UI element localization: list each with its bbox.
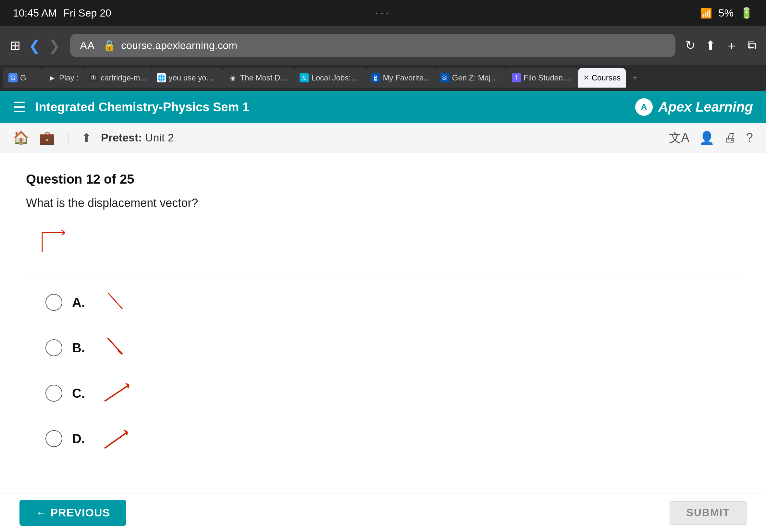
option-row-b: B. <box>45 335 721 361</box>
tab-localjobs[interactable]: ≋ Local Jobs: 1... <box>294 68 366 88</box>
browser-bar: ⊞ ❮ ❯ AA 🔒 course.apexlearning.com ↻ ⬆ ＋… <box>0 26 766 65</box>
tab-play-label: Play : <box>59 73 79 82</box>
main-content: Question 12 of 25 What is the displaceme… <box>0 152 766 493</box>
hamburger-menu-icon[interactable]: ☰ <box>13 99 26 115</box>
option-label-b: B. <box>72 341 91 355</box>
pretest-value-text: Unit 2 <box>145 131 174 144</box>
url-display: course.apexlearning.com <box>121 40 237 52</box>
tab-myfav-favicon: B̲ <box>371 73 380 82</box>
tab-mostde-favicon: ◉ <box>228 73 237 82</box>
radio-c[interactable] <box>45 385 62 402</box>
briefcase-icon[interactable]: 💼 <box>39 130 55 145</box>
option-a-diagram <box>101 289 127 315</box>
new-tab-button[interactable]: + <box>626 73 644 83</box>
translate-icon[interactable]: 文A <box>669 129 689 146</box>
svg-line-10 <box>126 383 129 385</box>
previous-button[interactable]: ← PREVIOUS <box>19 500 126 526</box>
accessibility-icon[interactable]: 👤 <box>699 131 714 145</box>
url-bar[interactable]: AA 🔒 course.apexlearning.com <box>70 34 675 57</box>
bottom-bar: ← PREVIOUS SUBMIT <box>0 493 766 532</box>
content-divider <box>26 276 740 276</box>
status-left: 10:45 AM Fri Sep 20 <box>13 7 111 19</box>
text-size-control[interactable]: AA <box>80 39 94 52</box>
option-b-diagram <box>101 335 127 361</box>
tab-close-icon[interactable]: ✕ <box>583 74 589 82</box>
tab-genz-favicon: BI <box>441 73 450 82</box>
sub-header-left: 🏠 💼 ⬆ Pretest: Unit 2 <box>13 130 174 145</box>
wifi-icon: 📶 <box>700 7 712 19</box>
home-icon[interactable]: 🏠 <box>13 130 29 145</box>
dots-indicator: ··· <box>375 6 391 20</box>
tab-localjobs-favicon: ≋ <box>299 73 309 82</box>
tab-courses[interactable]: ✕ Courses <box>578 68 626 88</box>
battery-display: 5% <box>719 7 734 19</box>
help-icon[interactable]: ? <box>746 131 753 145</box>
tab-cartridge-favicon: ① <box>89 73 98 82</box>
submit-button[interactable]: SUBMIT <box>670 501 747 525</box>
tab-google[interactable]: 🌐 you use your... <box>152 68 223 88</box>
radio-d[interactable] <box>45 430 62 447</box>
divider <box>68 131 68 144</box>
option-row-d: D. <box>45 426 721 452</box>
tab-genz[interactable]: BI Gen Z: Major... <box>435 68 507 88</box>
option-label-a: A. <box>72 295 91 310</box>
lock-icon: 🔒 <box>103 39 116 52</box>
time-display: 10:45 AM <box>13 7 57 19</box>
tab-play-favicon: ▶ <box>47 73 56 82</box>
tab-cartridge[interactable]: ① cartridge-m... <box>84 68 152 88</box>
question-header: Question 12 of 25 <box>26 172 740 187</box>
tab-filo-label: Filo Student:... <box>524 73 573 82</box>
options-area: A. B. C. <box>26 289 740 452</box>
upload-icon[interactable]: ⬆ <box>81 131 91 145</box>
svg-text:A: A <box>641 102 647 112</box>
svg-line-9 <box>104 385 129 401</box>
pretest-label-text: Pretest: <box>101 131 142 144</box>
status-bar: 10:45 AM Fri Sep 20 ··· 📶 5% 🔋 <box>0 0 766 26</box>
tab-mostde[interactable]: ◉ The Most De... <box>223 68 294 88</box>
tab-localjobs-label: Local Jobs: 1... <box>311 73 360 82</box>
svg-line-13 <box>124 430 127 432</box>
share-icon[interactable]: ⬆ <box>705 38 716 53</box>
option-label-d: D. <box>72 431 91 446</box>
question-diagram <box>26 223 91 262</box>
app-header-left: ☰ Integrated Chemistry-Physics Sem 1 <box>13 99 249 115</box>
tab-google-favicon: 🌐 <box>157 73 166 82</box>
new-tab-icon[interactable]: ＋ <box>725 37 738 54</box>
radio-a[interactable] <box>45 294 62 311</box>
tab-google-label: you use your... <box>168 73 218 82</box>
sub-header: 🏠 💼 ⬆ Pretest: Unit 2 文A 👤 🖨 ? <box>0 123 766 152</box>
svg-line-6 <box>108 293 122 309</box>
tab-courses-label: Courses <box>592 73 621 82</box>
app-header: ☰ Integrated Chemistry-Physics Sem 1 A A… <box>0 91 766 123</box>
tab-myfav[interactable]: B̲ My Favorite... <box>366 68 435 88</box>
tab-play[interactable]: ▶ Play : <box>42 68 84 88</box>
back-button[interactable]: ❮ <box>29 37 41 54</box>
radio-b[interactable] <box>45 339 62 356</box>
tab-cartridge-label: cartridge-m... <box>101 73 146 82</box>
apex-logo: A Apex Learning <box>634 97 753 117</box>
svg-line-14 <box>127 432 127 435</box>
tab-genz-label: Gen Z: Major... <box>452 73 502 82</box>
option-row-c: C. <box>45 380 721 406</box>
tabs-icon[interactable]: ⧉ <box>748 38 756 53</box>
forward-button[interactable]: ❯ <box>48 37 60 54</box>
diagram-area <box>26 223 740 263</box>
tab-g-favicon: G <box>8 73 18 82</box>
tabs-bar: G G ▶ Play : ① cartridge-m... 🌐 you use … <box>0 65 766 91</box>
apex-logo-icon: A <box>634 97 654 117</box>
battery-icon: 🔋 <box>740 7 753 19</box>
tab-filo[interactable]: f Filo Student:... <box>507 68 578 88</box>
option-label-c: C. <box>72 386 91 401</box>
print-icon[interactable]: 🖨 <box>724 131 736 145</box>
tab-filo-favicon: f <box>512 73 521 82</box>
sidebar-toggle-button[interactable]: ⊞ <box>10 38 21 53</box>
tab-mostde-label: The Most De... <box>240 73 289 82</box>
question-text: What is the displacement vector? <box>26 196 740 210</box>
browser-controls: ⊞ ❮ ❯ <box>10 37 60 54</box>
tab-g-label: G <box>20 73 26 82</box>
tab-g[interactable]: G G <box>3 68 42 88</box>
tab-myfav-label: My Favorite... <box>383 73 430 82</box>
option-row-a: A. <box>45 289 721 315</box>
svg-line-12 <box>104 432 127 448</box>
reload-icon[interactable]: ↻ <box>685 38 696 53</box>
